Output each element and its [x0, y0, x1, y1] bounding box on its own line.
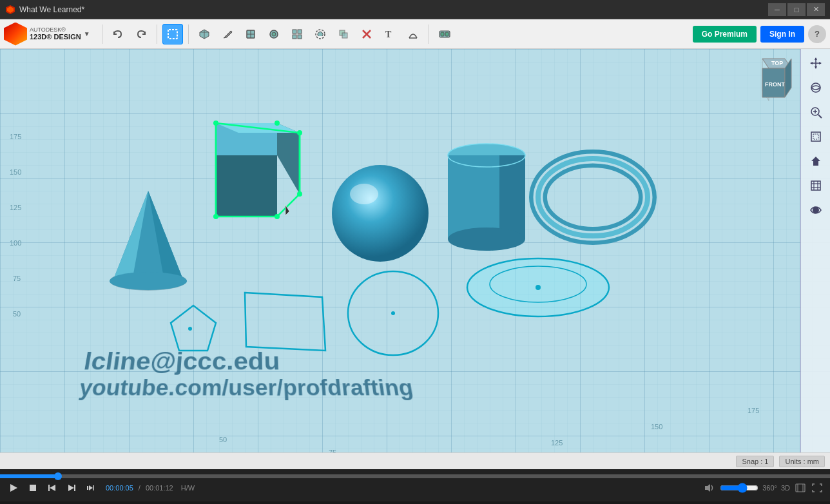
adjust-tool-button[interactable]	[264, 24, 284, 44]
current-time: 00:00:05	[106, 484, 133, 492]
svg-marker-83	[815, 57, 817, 60]
svg-text:100: 100	[10, 239, 21, 247]
right-toolbar	[800, 49, 830, 452]
help-button[interactable]: ?	[808, 25, 826, 43]
svg-rect-2	[168, 30, 177, 39]
svg-rect-99	[811, 181, 820, 190]
go-premium-button[interactable]: Go Premium	[693, 26, 757, 43]
svg-marker-86	[819, 62, 822, 64]
text-tool-button[interactable]: T	[380, 24, 400, 44]
svg-line-89	[818, 115, 822, 118]
resolution-label: 360°	[762, 484, 777, 492]
logo-dropdown-icon[interactable]: ▼	[84, 30, 90, 37]
svg-text:75: 75	[13, 275, 21, 282]
progress-bar[interactable]	[0, 474, 830, 478]
svg-text:175: 175	[10, 133, 21, 141]
svg-rect-104	[48, 485, 50, 491]
svg-rect-21	[441, 32, 444, 36]
minimize-button[interactable]: ─	[768, 3, 786, 16]
group-tool-button[interactable]	[310, 24, 331, 44]
svg-text:175: 175	[748, 407, 759, 414]
toolbar-separator-3	[188, 24, 189, 44]
view-mode-button[interactable]	[804, 199, 827, 222]
title-bar-left: What We Learned*	[5, 5, 84, 15]
svg-marker-105	[68, 485, 74, 491]
measure-tool-button[interactable]	[403, 24, 423, 44]
svg-rect-102	[30, 485, 36, 491]
undo-button[interactable]	[108, 24, 128, 44]
svg-text:TOP: TOP	[771, 60, 783, 66]
svg-text:150: 150	[651, 423, 662, 431]
svg-text:125: 125	[551, 439, 563, 447]
volume-slider[interactable]	[720, 483, 758, 493]
home-view-button[interactable]	[804, 150, 827, 173]
svg-rect-11	[293, 35, 296, 39]
view-cube-svg[interactable]: TOP FRONT	[749, 55, 798, 104]
status-bar: Snap : 1 Units : mm	[0, 452, 830, 469]
title-bar-controls[interactable]: ─ □ ✕	[768, 3, 825, 16]
zoom-fit-button[interactable]	[804, 125, 827, 148]
units-status: Units : mm	[779, 456, 825, 467]
sketch-tool-button[interactable]	[217, 24, 238, 44]
box-tool-button[interactable]	[194, 24, 215, 44]
logo-area: AUTODESK® 123D® DESIGN ▼	[4, 23, 90, 46]
svg-point-8	[272, 32, 276, 36]
toolbar-separator-4	[429, 24, 429, 44]
settings-button[interactable]	[794, 481, 807, 494]
svg-rect-93	[813, 134, 818, 139]
maximize-button[interactable]: □	[787, 3, 806, 16]
orbit-tool-button[interactable]	[804, 76, 827, 99]
app-icon	[5, 5, 15, 15]
svg-text:125: 125	[10, 204, 21, 211]
frame-step-button[interactable]	[84, 481, 98, 495]
delete-tool-button[interactable]	[356, 24, 377, 44]
stop-button[interactable]	[26, 481, 40, 495]
snap-status: Snap : 1	[736, 456, 774, 467]
svg-rect-22	[445, 32, 449, 36]
progress-fill	[0, 474, 58, 478]
svg-rect-106	[74, 485, 75, 491]
svg-rect-9	[293, 30, 296, 34]
playback-bar: 00:00:05 / 00:01:12 H/W 360° 3D	[0, 469, 830, 501]
grid-button[interactable]	[804, 174, 827, 197]
play-button[interactable]	[6, 481, 21, 495]
svg-text:50: 50	[13, 310, 21, 318]
total-time: 00:01:12	[146, 484, 173, 492]
svg-rect-24	[0, 49, 830, 452]
svg-marker-84	[815, 66, 817, 69]
svg-rect-107	[87, 486, 88, 490]
combine-tool-button[interactable]	[333, 24, 354, 44]
viewport[interactable]: 175 150 125 100 75 50 50 75 100 125 150 …	[0, 49, 830, 452]
svg-point-87	[811, 83, 820, 92]
close-button[interactable]: ✕	[807, 3, 825, 16]
toolbar-separator-2	[157, 24, 157, 44]
svg-rect-111	[796, 484, 805, 492]
svg-text:50: 50	[219, 436, 227, 443]
design-label: 123D® DESIGN	[30, 33, 81, 41]
redo-button[interactable]	[131, 24, 151, 44]
window-title: What We Learned*	[19, 5, 84, 14]
3d-label: 3D	[781, 484, 790, 492]
pan-tool-button[interactable]	[804, 52, 827, 75]
material-tool-button[interactable]	[434, 24, 455, 44]
view-cube[interactable]: TOP FRONT	[749, 55, 795, 101]
autodesk-logo-icon	[4, 23, 27, 46]
logo-text: AUTODESK® 123D® DESIGN	[30, 26, 81, 42]
volume-button[interactable]	[703, 481, 716, 494]
select-tool-button[interactable]	[162, 24, 183, 44]
progress-thumb[interactable]	[54, 472, 62, 480]
svg-rect-92	[811, 132, 820, 141]
zoom-tool-button[interactable]	[804, 101, 827, 124]
next-button[interactable]	[64, 481, 79, 495]
svg-text:75: 75	[329, 449, 336, 452]
svg-marker-101	[10, 484, 17, 492]
toolbar-separator-1	[102, 24, 102, 44]
grid-overlay: 175 150 125 100 75 50 50 75 100 125 150 …	[0, 49, 830, 452]
modify-tool-button[interactable]	[240, 24, 261, 44]
fullscreen-button[interactable]	[811, 481, 824, 494]
prev-button[interactable]	[45, 481, 59, 495]
sign-in-button[interactable]: Sign In	[760, 26, 804, 43]
svg-text:150: 150	[10, 168, 21, 176]
svg-rect-12	[298, 35, 302, 39]
pattern-tool-button[interactable]	[287, 24, 307, 44]
